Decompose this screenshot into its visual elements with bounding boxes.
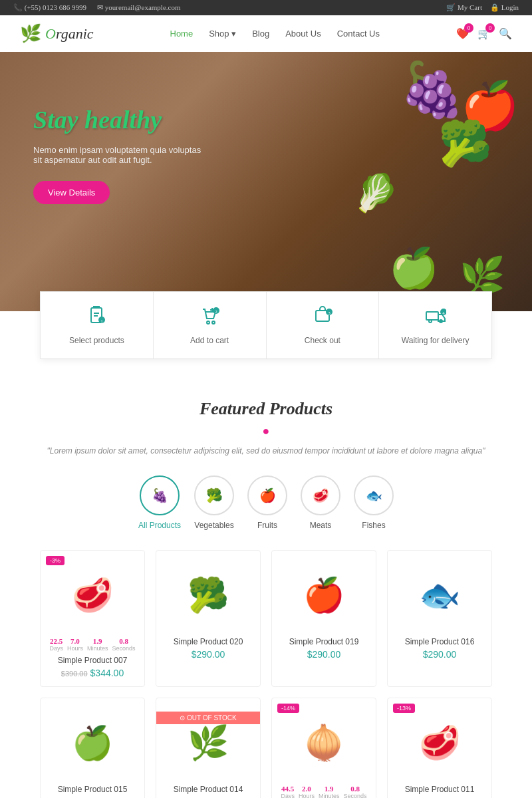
step-select: 1 Select products [41,292,154,358]
steps-bar: 1 Select products 2 Add to cart 3 Check … [40,291,492,359]
product-image: 🧅 [280,706,368,779]
cat-fruit-label: Fruits [257,521,277,530]
step-checkout-label: Check out [277,336,369,345]
hero-content: Stay healthy Nemo enim ipsam voluptatem … [0,52,239,257]
nav-home[interactable]: Home [170,29,194,39]
nav-about[interactable]: About Us [285,29,321,39]
phone-number: 📞 (+55) 0123 686 9999 [13,3,86,12]
step-delivery: 4 Waiting for delivery [379,292,491,358]
featured-divider: ● [20,424,512,438]
cat-fishes[interactable]: 🐟 Fishes [354,475,394,530]
cat-veg-icon: 🥦 [194,475,234,515]
product-name: Simple Product 014 [164,785,252,794]
product-image: 🥦 [164,559,252,632]
logo-text: Organic [45,25,94,43]
product-image: 🐟 [396,559,483,632]
product-image: 🍏 [49,706,136,779]
cat-vegetables[interactable]: 🥦 Vegetables [194,475,234,530]
cat-meats[interactable]: 🥩 Meats [301,475,340,530]
top-bar-contact: 📞 (+55) 0123 686 9999 ✉ youremail@exampl… [13,3,180,12]
svg-point-5 [207,321,209,324]
product-price: $290.00 [164,649,252,660]
cat-all-icon: 🍇 [140,475,180,515]
hero-section: 🍇 🍎 🥦 🍏 🌿 🥬 Stay healthy Nemo enim ipsam… [0,52,532,311]
step-checkout: 3 Check out [267,292,380,358]
featured-section: Featured Products ● "Lorem ipsum dolor s… [0,359,532,798]
product-card[interactable]: 🐟 Simple Product 016 $290.00 [387,550,492,687]
checkout-icon: 3 [277,305,369,331]
product-name: Simple Product 011 [396,785,483,794]
email-address: ✉ youremail@example.com [97,3,180,12]
product-name: Simple Product 019 [280,637,368,646]
cat-meat-label: Meats [310,521,332,530]
product-card[interactable]: -3% 🥩 22.5Days 7.0Hours 1.9Minutes 0.8Se… [40,550,145,687]
svg-point-15 [429,320,432,323]
countdown: 22.5Days 7.0Hours 1.9Minutes 0.8Seconds [49,637,136,652]
products-grid: -3% 🥩 22.5Days 7.0Hours 1.9Minutes 0.8Se… [20,550,512,798]
svg-text:3: 3 [328,311,331,316]
cart-link[interactable]: 🛒 My Cart [446,3,482,12]
step-cart: 2 Add to cart [154,292,267,358]
product-name: Simple Product 015 [49,785,136,794]
wishlist-icon[interactable]: ❤️0 [456,27,469,40]
countdown: 44.5Days 2.0Hours 1.9Minutes 0.8Seconds [280,785,368,798]
category-tabs: 🍇 All Products 🥦 Vegetables 🍎 Fruits 🥩 M… [20,475,512,530]
hero-subtitle: Nemo enim ipsam voluptatem quia voluptas… [33,145,206,165]
cart-icon[interactable]: 🛒0 [477,27,491,40]
cat-fruits[interactable]: 🍎 Fruits [247,475,287,530]
header-icons: ❤️0 🛒0 🔍 [456,27,512,40]
featured-title: Featured Products [20,399,512,419]
step-cart-label: Add to cart [164,336,256,345]
product-price: $390.00$344.00 [49,668,136,678]
logo[interactable]: 🌿 Organic [20,23,94,44]
top-bar: 📞 (+55) 0123 686 9999 ✉ youremail@exampl… [0,0,532,15]
product-card[interactable]: 🍏 Simple Product 015 $290.00 [40,698,145,798]
cat-fish-icon: 🐟 [354,475,394,515]
cat-all-label: All Products [138,521,181,530]
svg-text:4: 4 [442,311,445,316]
product-image: 🥩 [49,559,136,632]
product-badge: -13% [393,704,415,713]
step-delivery-label: Waiting for delivery [389,336,481,345]
hero-food-bg: 🍇 🍎 🥦 🍏 🌿 🥬 [213,52,532,311]
product-card[interactable]: 🥦 Simple Product 020 $290.00 [156,550,261,687]
product-card[interactable]: -13% 🥩 Simple Product 011 $75.00$66.00 [387,698,492,798]
clipboard-icon: 1 [51,305,143,331]
product-badge: -14% [277,704,299,713]
product-name: Simple Product 016 [396,637,483,646]
product-name: Simple Product 020 [164,637,252,646]
product-card[interactable]: -14% 🧅 44.5Days 2.0Hours 1.9Minutes 0.8S… [271,698,376,798]
login-link[interactable]: 🔒 Login [490,3,519,12]
product-image: 🥩 [396,706,483,779]
cat-fish-label: Fishes [362,521,385,530]
out-of-stock-banner: ⊙ OUT OF STOCK [156,712,260,724]
header: 🌿 Organic Home Shop ▾ Blog About Us Cont… [0,15,532,52]
cat-meat-icon: 🥩 [301,475,340,515]
product-badge: -3% [46,556,65,565]
nav-blog[interactable]: Blog [252,29,269,39]
cart-add-icon: 2 [164,305,256,331]
hero-title: Stay healthy [33,105,206,134]
product-card[interactable]: ⊙ OUT OF STOCK 🌿 Simple Product 014 $290… [156,698,261,798]
product-name: Simple Product 007 [49,656,136,665]
product-card[interactable]: 🍎 Simple Product 019 $290.00 [271,550,376,687]
logo-icon: 🌿 [20,23,41,44]
svg-text:1: 1 [101,319,104,324]
truck-icon: 4 [389,305,481,331]
main-nav: Home Shop ▾ Blog About Us Contact Us [170,29,380,39]
cat-veg-label: Vegetables [194,521,233,530]
product-price: $290.00 [396,649,483,660]
search-icon[interactable]: 🔍 [499,27,512,40]
svg-rect-14 [426,312,438,320]
svg-text:2: 2 [215,309,217,315]
cat-all-products[interactable]: 🍇 All Products [138,475,181,530]
nav-contact[interactable]: Contact Us [337,29,380,39]
product-image: 🍎 [280,559,368,632]
cat-fruit-icon: 🍎 [247,475,287,515]
product-price: $290.00 [280,649,368,660]
svg-point-6 [212,321,215,324]
view-details-button[interactable]: View Details [33,181,110,204]
top-bar-actions: 🛒 My Cart 🔒 Login [446,3,519,12]
nav-shop[interactable]: Shop ▾ [209,29,236,39]
featured-quote: "Lorem ipsum dolor sit amet, consectetur… [20,446,512,456]
